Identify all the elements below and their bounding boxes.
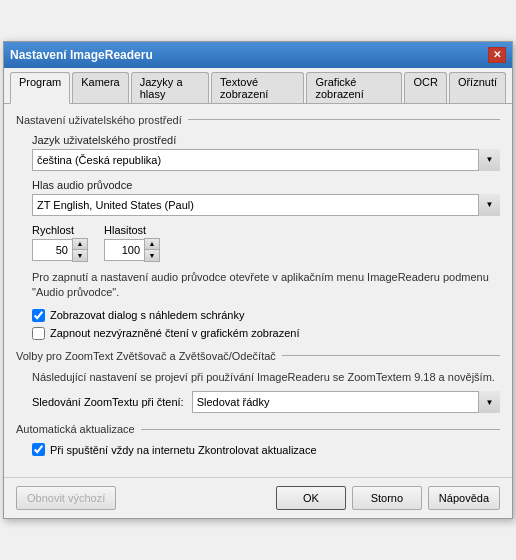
update-cb-row: Při spuštění vždy na internetu Zkontrolo…: [16, 443, 500, 456]
footer-right: OK Storno Nápověda: [276, 486, 500, 510]
cb2-label: Zapnout nezvýrazněné čtení v grafickém z…: [50, 327, 299, 339]
tracking-label: Sledování ZoomTextu při čtení:: [32, 396, 184, 408]
voice-label: Hlas audio průvodce: [32, 179, 500, 191]
footer: Obnovit výchozí OK Storno Nápověda: [4, 477, 512, 518]
volume-input[interactable]: 100: [104, 239, 144, 261]
ok-button[interactable]: OK: [276, 486, 346, 510]
tab-textove[interactable]: Textové zobrazení: [211, 72, 304, 103]
volume-spinner: ▲ ▼: [144, 238, 160, 262]
voice-group: Hlas audio průvodce ZT English, United S…: [16, 179, 500, 216]
volume-label: Hlasitost: [104, 224, 160, 236]
speed-volume-row: Rychlost 50 ▲ ▼ Hlasitost 100 ▲ ▼: [16, 224, 500, 262]
speed-spinner: ▲ ▼: [72, 238, 88, 262]
section-zoomtext-title: Volby pro ZoomText Zvětšovač a Zvětšovač…: [16, 350, 500, 362]
cb-dialog-nahled[interactable]: [32, 309, 45, 322]
cb1-label: Zobrazovat dialog s náhledem schránky: [50, 309, 244, 321]
cb2-row: Zapnout nezvýrazněné čtení v grafickém z…: [16, 327, 500, 340]
section-user-env-title: Nastavení uživatelského prostředí: [16, 114, 500, 126]
lang-group: Jazyk uživatelského prostředí čeština (Č…: [16, 134, 500, 171]
lang-label: Jazyk uživatelského prostředí: [32, 134, 500, 146]
voice-select-wrapper: ZT English, United States (Paul) ▼: [32, 194, 500, 216]
cb-update[interactable]: [32, 443, 45, 456]
tab-kamera[interactable]: Kamera: [72, 72, 129, 103]
content-area: Nastavení uživatelského prostředí Jazyk …: [4, 104, 512, 471]
speed-up-button[interactable]: ▲: [73, 239, 87, 250]
speed-group: Rychlost 50 ▲ ▼: [32, 224, 88, 262]
voice-select[interactable]: ZT English, United States (Paul): [32, 194, 500, 216]
volume-up-button[interactable]: ▲: [145, 239, 159, 250]
tracking-select[interactable]: Sledovat řádkySledovat slovaVypnuto: [192, 391, 500, 413]
speed-label: Rychlost: [32, 224, 88, 236]
volume-input-wrapper: 100 ▲ ▼: [104, 238, 160, 262]
zoomtext-section: Volby pro ZoomText Zvětšovač a Zvětšovač…: [16, 350, 500, 413]
window-title: Nastavení ImageReaderu: [10, 48, 153, 62]
volume-group: Hlasitost 100 ▲ ▼: [104, 224, 160, 262]
volume-down-button[interactable]: ▼: [145, 250, 159, 261]
tabs-bar: Program Kamera Jazyky a hlasy Textové zo…: [4, 68, 512, 104]
tab-jazyky[interactable]: Jazyky a hlasy: [131, 72, 209, 103]
tab-orizнuti[interactable]: Oříznutí: [449, 72, 506, 103]
reset-button[interactable]: Obnovit výchozí: [16, 486, 116, 510]
tab-ocr[interactable]: OCR: [404, 72, 446, 103]
main-window: Nastavení ImageReaderu ✕ Program Kamera …: [3, 41, 513, 519]
cancel-button[interactable]: Storno: [352, 486, 422, 510]
update-cb-label: Při spuštění vždy na internetu Zkontrolo…: [50, 444, 317, 456]
speed-input-wrapper: 50 ▲ ▼: [32, 238, 88, 262]
section-update-title: Automatická aktualizace: [16, 423, 500, 435]
speed-input[interactable]: 50: [32, 239, 72, 261]
cb-nezvyraznene[interactable]: [32, 327, 45, 340]
lang-select-wrapper: čeština (Česká republika) ▼: [32, 149, 500, 171]
close-button[interactable]: ✕: [488, 47, 506, 63]
title-bar: Nastavení ImageReaderu ✕: [4, 42, 512, 68]
tracking-select-wrapper: Sledovat řádkySledovat slovaVypnuto ▼: [192, 391, 500, 413]
help-button[interactable]: Nápověda: [428, 486, 500, 510]
lang-select[interactable]: čeština (Česká republika): [32, 149, 500, 171]
cb1-row: Zobrazovat dialog s náhledem schránky: [16, 309, 500, 322]
speed-down-button[interactable]: ▼: [73, 250, 87, 261]
audio-info-text: Pro zapnutí a nastavení audio průvodce o…: [16, 270, 500, 301]
tab-graficke[interactable]: Grafické zobrazení: [306, 72, 402, 103]
tab-program[interactable]: Program: [10, 72, 70, 104]
update-section: Automatická aktualizace Při spuštění vžd…: [16, 423, 500, 456]
tracking-row: Sledování ZoomTextu při čtení: Sledovat …: [16, 391, 500, 413]
zoomtext-subinfo: Následující nastavení se projeví při pou…: [16, 370, 500, 385]
